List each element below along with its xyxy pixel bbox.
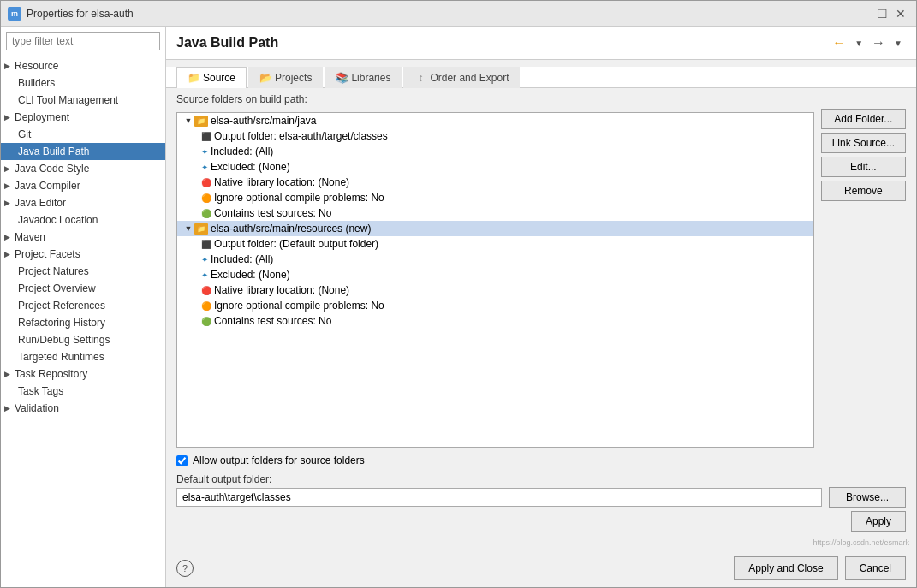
minimize-button[interactable]: —	[854, 5, 872, 22]
window-title: Properties for elsa-auth	[27, 8, 854, 20]
tab-order-export[interactable]: ↕ Order and Export	[403, 67, 520, 88]
sidebar-item-refactoring[interactable]: Refactoring History	[1, 314, 165, 331]
tree-child-n2c6[interactable]: 🟢 Contains test sources: No	[177, 313, 813, 329]
sidebar-list: ▶ Resource Builders CLI Tool Management …	[1, 56, 165, 587]
child-label: Ignore optional compile problems: No	[214, 300, 384, 312]
help-button[interactable]: ?	[176, 560, 194, 577]
sidebar-item-targeted[interactable]: Targeted Runtimes	[1, 348, 165, 365]
allow-output-checkbox[interactable]	[176, 455, 188, 466]
tab-bar: 📁 Source 📂 Projects 📚 Libraries ↕ Order …	[166, 67, 916, 88]
tree-area[interactable]: ▼ 📁 elsa-auth/src/main/java ⬛ Output fol…	[176, 112, 814, 448]
sidebar-item-java-build-path[interactable]: Java Build Path	[1, 143, 165, 160]
sidebar-item-task-tags[interactable]: Task Tags	[1, 383, 165, 400]
sidebar-item-label: Project Overview	[18, 282, 96, 294]
sidebar-item-project-natures[interactable]: Project Natures	[1, 263, 165, 280]
chevron-icon: ▶	[4, 233, 15, 241]
forward-button[interactable]: →	[868, 33, 889, 52]
tree-child-n1c6[interactable]: 🟢 Contains test sources: No	[177, 205, 813, 221]
sidebar-item-label: Refactoring History	[18, 317, 105, 329]
remove-button[interactable]: Remove	[821, 181, 906, 201]
sidebar-item-java-code-style[interactable]: ▶ Java Code Style	[1, 160, 165, 177]
tree-child-n1c5[interactable]: 🟠 Ignore optional compile problems: No	[177, 190, 813, 205]
nav-arrows: ← ▼ → ▼	[829, 33, 906, 52]
apply-close-button[interactable]: Apply and Close	[734, 556, 837, 580]
sidebar-item-label: Task Tags	[18, 385, 63, 397]
tree-child-n2c4[interactable]: 🔴 Native library location: (None)	[177, 282, 813, 298]
child-label: Native library location: (None)	[214, 284, 349, 296]
child-label: Included: (All)	[211, 253, 273, 265]
sidebar-item-label: Run/Debug Settings	[18, 334, 110, 346]
apply-button[interactable]: Apply	[851, 511, 906, 532]
sidebar-item-project-facets[interactable]: ▶ Project Facets	[1, 246, 165, 263]
sidebar-item-deployment[interactable]: ▶ Deployment	[1, 109, 165, 126]
allow-output-checkbox-row: Allow output folders for source folders	[176, 454, 906, 466]
ignore-icon: 🟠	[201, 193, 211, 203]
link-source-button[interactable]: Link Source...	[821, 133, 906, 153]
folder-src-icon: 📁	[194, 223, 208, 235]
order-tab-icon: ↕	[414, 72, 426, 84]
close-button[interactable]: ✕	[892, 5, 909, 22]
sidebar-item-label: Project Facets	[15, 248, 80, 260]
test-icon: 🟢	[201, 209, 211, 218]
sidebar-item-label: Java Code Style	[15, 163, 89, 175]
back-button[interactable]: ←	[829, 33, 849, 52]
maximize-button[interactable]: ☐	[873, 5, 890, 22]
tree-child-n2c3[interactable]: ✦ Excluded: (None)	[177, 267, 813, 282]
allow-output-label[interactable]: Allow output folders for source folders	[193, 454, 365, 466]
child-label: Excluded: (None)	[211, 269, 290, 281]
tree-child-n2c1[interactable]: ⬛ Output folder: (Default output folder)	[177, 236, 813, 252]
sidebar-item-run-debug[interactable]: Run/Debug Settings	[1, 331, 165, 348]
chevron-icon: ▶	[4, 164, 15, 173]
sidebar-item-maven[interactable]: ▶ Maven	[1, 229, 165, 246]
tab-source-label: Source	[203, 72, 235, 84]
test-icon: 🟢	[201, 317, 211, 326]
sidebar-item-java-compiler[interactable]: ▶ Java Compiler	[1, 177, 165, 194]
edit-button[interactable]: Edit...	[821, 157, 906, 177]
output-folder-input[interactable]	[176, 488, 822, 507]
filter-input[interactable]	[6, 32, 160, 50]
sidebar-item-cli[interactable]: CLI Tool Management	[1, 92, 165, 109]
sidebar-item-builders[interactable]: Builders	[1, 74, 165, 92]
tree-child-n1c4[interactable]: 🔴 Native library location: (None)	[177, 175, 813, 190]
tree-child-n2c2[interactable]: ✦ Included: (All)	[177, 252, 813, 267]
native-icon: 🔴	[201, 286, 211, 295]
tree-child-n1c1[interactable]: ⬛ Output folder: elsa-auth/target/classe…	[177, 128, 813, 144]
sidebar-item-resource[interactable]: ▶ Resource	[1, 57, 165, 74]
panel-title: Java Build Path	[176, 35, 829, 50]
tab-projects[interactable]: 📂 Projects	[248, 67, 323, 88]
tree-node-1-label: elsa-auth/src/main/java	[211, 115, 316, 127]
sidebar-item-java-editor[interactable]: ▶ Java Editor	[1, 194, 165, 211]
tree-node-2[interactable]: ▼ 📁 elsa-auth/src/main/resources (new)	[177, 221, 813, 236]
chevron-icon: ▶	[4, 62, 15, 70]
default-output-label: Default output folder:	[176, 473, 906, 485]
add-folder-button[interactable]: Add Folder...	[821, 109, 906, 129]
tab-libraries[interactable]: 📚 Libraries	[325, 67, 402, 88]
sidebar-item-javadoc[interactable]: Javadoc Location	[1, 211, 165, 229]
sidebar-item-validation[interactable]: ▶ Validation	[1, 400, 165, 417]
tree-child-n2c5[interactable]: 🟠 Ignore optional compile problems: No	[177, 298, 813, 313]
sidebar-item-label: Java Compiler	[15, 180, 80, 192]
sidebar-item-git[interactable]: Git	[1, 126, 165, 143]
sidebar-item-label: Task Repository	[15, 368, 87, 380]
sidebar-item-label: CLI Tool Management	[18, 94, 118, 106]
sidebar-item-label: Resource	[15, 60, 58, 72]
tree-child-n1c2[interactable]: ✦ Included: (All)	[177, 144, 813, 159]
sidebar-item-project-overview[interactable]: Project Overview	[1, 280, 165, 297]
sidebar-item-label: Builders	[18, 77, 55, 89]
sidebar-item-label: Java Build Path	[18, 146, 89, 157]
expand-icon: ▼	[182, 116, 194, 125]
projects-tab-icon: 📂	[259, 72, 271, 84]
browse-button[interactable]: Browse...	[829, 487, 906, 508]
title-bar: m Properties for elsa-auth — ☐ ✕	[1, 1, 916, 27]
tab-source[interactable]: 📁 Source	[176, 67, 247, 88]
sidebar-item-task-repo[interactable]: ▶ Task Repository	[1, 365, 165, 383]
back-dropdown[interactable]: ▼	[851, 37, 866, 50]
tree-node-1[interactable]: ▼ 📁 elsa-auth/src/main/java	[177, 113, 813, 128]
tree-node-2-label: elsa-auth/src/main/resources (new)	[211, 223, 371, 235]
output-icon: ⬛	[201, 240, 211, 249]
cancel-button[interactable]: Cancel	[845, 556, 906, 580]
forward-dropdown[interactable]: ▼	[890, 37, 906, 50]
sidebar-item-project-refs[interactable]: Project References	[1, 297, 165, 314]
tree-child-n1c3[interactable]: ✦ Excluded: (None)	[177, 159, 813, 175]
child-label: Output folder: (Default output folder)	[214, 238, 378, 250]
